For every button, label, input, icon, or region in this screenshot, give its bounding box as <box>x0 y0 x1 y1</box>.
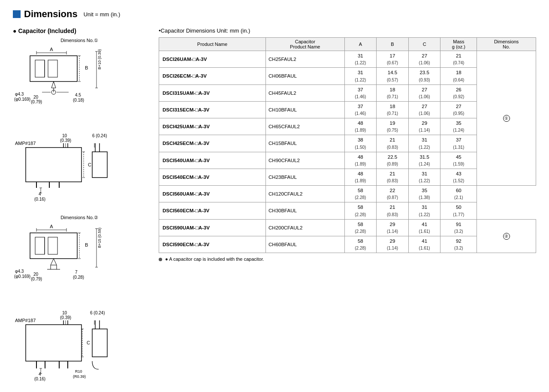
col-header-b: B <box>377 38 409 51</box>
cap-name-cell: CH06BFAUL <box>266 68 345 84</box>
svg-text:B+10 (0.39): B+10 (0.39) <box>97 49 102 69</box>
mass-value-cell: 35(1.24) <box>440 118 477 135</box>
svg-text:(R0.39): (R0.39) <box>73 374 86 379</box>
svg-text:(0.28): (0.28) <box>73 275 84 280</box>
mass-value-cell: 60(2.1) <box>440 186 477 202</box>
svg-text:(0.39): (0.39) <box>60 138 71 143</box>
svg-rect-5 <box>35 60 45 77</box>
svg-marker-16 <box>51 81 56 88</box>
b-value-cell: 21(0.83) <box>377 135 409 152</box>
b-value-cell: 18(0.71) <box>377 101 409 118</box>
a-value-cell: 38(1.50) <box>344 135 377 152</box>
svg-text:R10: R10 <box>75 369 82 374</box>
cap-name-cell: CH120CFAUL2 <box>266 186 345 202</box>
product-name-cell: DSCI315ECM-□A-3V <box>159 101 266 118</box>
product-name-cell: DSCI560UAM-□A-3V <box>159 186 266 202</box>
svg-marker-68 <box>51 259 57 265</box>
b-value-cell: 18(0.71) <box>377 84 409 101</box>
footnote-text: ● A capacitor cap is included with the c… <box>165 256 264 262</box>
svg-text:C: C <box>88 162 91 167</box>
b-value-cell: 19(0.75) <box>377 118 409 135</box>
b-value-cell: 29(1.14) <box>377 219 409 236</box>
svg-text:20: 20 <box>33 95 39 100</box>
left-panel: ●Capacitor (Included) Dimensions No.① A … <box>13 27 146 392</box>
svg-text:(0.79): (0.79) <box>31 100 42 104</box>
mass-value-cell: 45(1.59) <box>440 152 477 169</box>
product-name-cell: DSCI540ECM-□A-3V <box>159 169 266 185</box>
cap-name-cell: CH200CFAUL2 <box>266 219 345 236</box>
svg-text:φ4.3: φ4.3 <box>15 92 24 96</box>
a-value-cell: 58(2.28) <box>344 186 377 202</box>
mass-value-cell: 91(3.2) <box>440 219 477 236</box>
dim-no-cell: ② <box>477 219 536 253</box>
svg-rect-84 <box>26 325 81 361</box>
a-value-cell: 31(1.22) <box>344 51 377 68</box>
svg-text:AMP#187: AMP#187 <box>15 318 36 323</box>
a-value-cell: 31(1.22) <box>344 68 377 84</box>
col-header-dim: DimensionsNo. <box>477 38 536 51</box>
header-title: Dimensions Unit = mm (in.) <box>13 9 120 20</box>
c-value-cell: 29(1.14) <box>408 118 440 135</box>
product-name-cell: DSCI26ECM-□A-3V <box>159 68 266 84</box>
c-value-cell: 41(1.61) <box>408 236 440 253</box>
unit-label: Unit = mm (in.) <box>84 11 121 18</box>
svg-text:B+15 (0.59): B+15 (0.59) <box>97 228 102 248</box>
product-name-cell: DSCI540UAM-□A-3V <box>159 152 266 169</box>
svg-text:A: A <box>50 224 53 229</box>
cap-name-cell: CH30BFAUL <box>266 202 345 219</box>
product-name-cell: DSCI26UAM-□A-3V <box>159 51 266 68</box>
cap-name-cell: CH90CFAUL2 <box>266 152 345 169</box>
c-value-cell: 31(1.22) <box>408 202 440 219</box>
table-row: DSCI26UAM-□A-3VCH25FAUL231(1.22)17(0.67)… <box>159 51 536 68</box>
svg-text:20: 20 <box>33 272 39 277</box>
svg-text:(0.18): (0.18) <box>73 98 84 103</box>
product-name-cell: DSCI590UAM-□A-3V <box>159 219 266 236</box>
c-value-cell: 27(1.06) <box>408 84 440 101</box>
diagram1-container: Dimensions No.① A B B+10 (0.39) <box>13 38 146 206</box>
a-value-cell: 58(2.28) <box>344 219 377 236</box>
c-value-cell: 31.5(1.24) <box>408 152 440 169</box>
a-value-cell: 37(1.46) <box>344 84 377 101</box>
c-value-cell: 27(1.06) <box>408 51 440 68</box>
a-value-cell: 48(1.89) <box>344 169 377 185</box>
b-value-cell: 21(0.83) <box>377 202 409 219</box>
col-header-a: A <box>344 38 377 51</box>
a-value-cell: 48(1.89) <box>344 118 377 135</box>
mass-value-cell: 92(3.2) <box>440 236 477 253</box>
svg-text:(φ0.169): (φ0.169) <box>14 274 30 279</box>
mass-value-cell: 43(1.52) <box>440 169 477 185</box>
b-value-cell: 22(0.87) <box>377 186 409 202</box>
footnote-bullet <box>159 258 162 261</box>
mass-value-cell: 50(1.77) <box>440 202 477 219</box>
section-title: ●Capacitor (Included) <box>13 27 146 34</box>
diagram2b-svg: AMP#187 10 (0.39) 6 (0.24) <box>13 309 137 384</box>
table-section-title: •Capacitor Dimensions Unit: mm (in.) <box>159 27 536 34</box>
col-header-product: Product Name <box>159 38 266 51</box>
footnote: ● A capacitor cap is included with the c… <box>159 256 536 262</box>
c-value-cell: 31(1.22) <box>408 135 440 152</box>
table-row: DSCI560UAM-□A-3VCH120CFAUL258(2.28)22(0.… <box>159 186 536 202</box>
diagram1b-svg: AMP#187 10 (0.39) 6 (0.24) <box>13 132 137 205</box>
mass-value-cell: 18(0.64) <box>440 68 477 84</box>
mass-value-cell: 27(0.95) <box>440 101 477 118</box>
svg-rect-91 <box>92 329 107 357</box>
diagram2-svg: A B B+15 (0.59) <box>13 222 137 308</box>
blue-square-icon <box>13 10 21 18</box>
svg-text:φ4.3: φ4.3 <box>15 269 24 274</box>
svg-text:6 (0.24): 6 (0.24) <box>92 133 107 138</box>
svg-rect-34 <box>26 148 81 182</box>
a-value-cell: 58(2.28) <box>344 202 377 219</box>
b-value-cell: 22.5(0.89) <box>377 152 409 169</box>
c-value-cell: 23.5(0.93) <box>408 68 440 84</box>
svg-text:B: B <box>85 65 88 70</box>
cap-name-cell: CH45FAUL2 <box>266 84 345 101</box>
svg-rect-58 <box>48 237 57 254</box>
svg-text:(0.16): (0.16) <box>34 197 45 202</box>
svg-text:B: B <box>85 242 88 247</box>
cap-name-cell: CH15BFAUL <box>266 135 345 152</box>
dim-no-cell: ① <box>477 51 536 186</box>
product-name-cell: DSCI425ECM-□A-3V <box>159 135 266 152</box>
svg-text:10: 10 <box>62 311 67 315</box>
c-value-cell: 35(1.38) <box>408 186 440 202</box>
table-row: DSCI590UAM-□A-3VCH200CFAUL258(2.28)29(1.… <box>159 219 536 236</box>
